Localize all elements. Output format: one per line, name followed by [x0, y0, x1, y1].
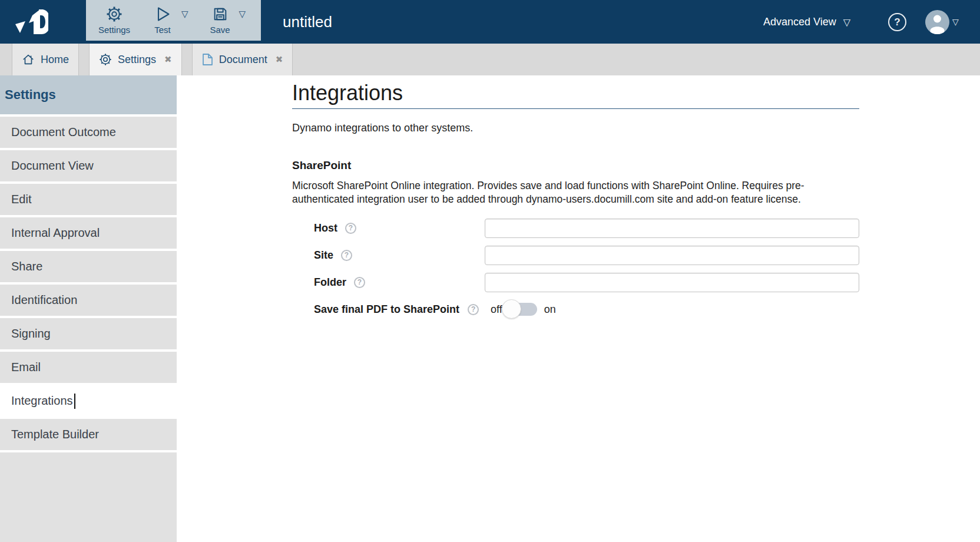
tab-document-label: Document	[219, 54, 267, 66]
main-toolbar: Settings Test ▽	[86, 0, 261, 41]
sidebar-item-label: Template Builder	[11, 428, 99, 441]
save-icon	[212, 5, 229, 24]
save-pdf-toggle[interactable]	[504, 303, 537, 316]
sidebar-item-label: Signing	[11, 327, 51, 341]
tab-settings-close-icon[interactable]: ✖	[164, 54, 172, 65]
save-pdf-toggle-row: Save final PDF to SharePoint ? off on	[292, 296, 980, 323]
folder-input[interactable]	[485, 273, 859, 292]
settings-button[interactable]: Settings	[98, 5, 131, 35]
sidebar-item-label: Document View	[11, 159, 94, 173]
test-dropdown-icon[interactable]: ▽	[181, 9, 188, 18]
test-button[interactable]: Test	[146, 5, 179, 35]
sidebar-item-label: Share	[11, 260, 42, 273]
play-icon	[154, 5, 171, 24]
view-selector[interactable]: Advanced View ▽	[763, 0, 850, 44]
sidebar-item-document-outcome[interactable]: Document Outcome	[0, 117, 177, 148]
site-field-row: Site ?	[292, 242, 980, 269]
sidebar-item-signing[interactable]: Signing	[0, 318, 177, 349]
user-avatar[interactable]	[925, 10, 949, 34]
sidebar-title: Settings	[0, 75, 177, 114]
folder-label-group: Folder ?	[314, 276, 485, 289]
save-button-label: Save	[210, 25, 230, 35]
sharepoint-form: Host ? Site ? Folder ? Save final PDF to…	[292, 214, 980, 323]
save-pdf-toggle-label: Save final PDF to SharePoint	[314, 303, 459, 316]
sidebar-item-email[interactable]: Email	[0, 352, 177, 383]
person-icon	[925, 10, 949, 34]
open-tabs-bar: Home Settings ✖ Document	[0, 44, 980, 75]
tab-home[interactable]: Home	[12, 44, 79, 75]
save-pdf-help-icon[interactable]: ?	[468, 304, 479, 315]
toggle-off-label: off	[491, 303, 502, 316]
help-button[interactable]: ?	[888, 13, 906, 31]
integrations-panel: Integrations Dynamo integrations to othe…	[177, 75, 980, 542]
test-toolgroup: Test ▽	[146, 5, 188, 35]
toggle-knob	[502, 299, 521, 319]
host-input[interactable]	[485, 219, 859, 238]
save-toolgroup: Save ▽	[204, 5, 246, 35]
view-selector-dropdown-icon: ▽	[843, 16, 850, 28]
page-title: Integrations	[292, 81, 859, 109]
gear-icon	[105, 5, 123, 24]
sidebar-item-label: Internal Approval	[11, 226, 100, 240]
tab-document[interactable]: Document ✖	[192, 44, 293, 75]
sidebar-item-label: Edit	[11, 193, 31, 206]
sharepoint-section-description: Microsoft SharePoint Online integration.…	[292, 179, 859, 206]
sidebar-item-label: Identification	[11, 293, 77, 307]
settings-sidebar: Settings Document Outcome Document View …	[0, 75, 177, 542]
site-field-label: Site	[314, 249, 333, 262]
document-icon	[202, 53, 213, 66]
dynamo-logo-icon[interactable]	[13, 7, 48, 37]
sharepoint-section-title: SharePoint	[292, 159, 980, 172]
settings-button-label: Settings	[98, 25, 130, 35]
sidebar-item-share[interactable]: Share	[0, 251, 177, 282]
host-label-group: Host ?	[314, 222, 485, 234]
sidebar-filler	[0, 452, 177, 542]
sidebar-item-internal-approval[interactable]: Internal Approval	[0, 217, 177, 249]
sidebar-item-identification[interactable]: Identification	[0, 285, 177, 316]
avatar-dropdown-icon[interactable]: ▽	[952, 17, 959, 27]
text-cursor-caret	[74, 394, 75, 409]
tab-settings[interactable]: Settings ✖	[89, 44, 182, 75]
toggle-on-label: on	[544, 303, 556, 316]
tab-home-label: Home	[41, 54, 69, 66]
sidebar-item-label: Integrations	[11, 394, 73, 408]
gear-icon	[99, 53, 112, 66]
host-field-label: Host	[314, 222, 337, 234]
tab-document-close-icon[interactable]: ✖	[276, 54, 283, 65]
tab-settings-label: Settings	[118, 54, 156, 66]
document-title: untitled	[283, 0, 332, 44]
app-header: Settings Test ▽	[0, 0, 980, 44]
site-help-icon[interactable]: ?	[341, 250, 352, 261]
settings-toolgroup: Settings	[98, 5, 131, 35]
site-label-group: Site ?	[314, 249, 485, 262]
host-field-row: Host ?	[292, 214, 980, 242]
home-icon	[22, 53, 35, 66]
host-help-icon[interactable]: ?	[345, 223, 356, 234]
help-icon: ?	[894, 16, 900, 28]
page-description: Dynamo integrations to other systems.	[292, 122, 980, 134]
sidebar-item-integrations[interactable]: Integrations	[0, 385, 177, 417]
folder-field-row: Folder ?	[292, 269, 980, 296]
save-button[interactable]: Save	[204, 5, 237, 35]
sidebar-item-template-builder[interactable]: Template Builder	[0, 419, 177, 450]
site-input[interactable]	[485, 246, 859, 265]
sidebar-item-label: Document Outcome	[11, 125, 116, 139]
folder-field-label: Folder	[314, 276, 346, 289]
test-button-label: Test	[154, 25, 171, 35]
sidebar-item-label: Email	[11, 361, 41, 374]
save-dropdown-icon[interactable]: ▽	[239, 9, 246, 18]
folder-help-icon[interactable]: ?	[354, 277, 365, 288]
view-selector-label: Advanced View	[763, 16, 836, 28]
sidebar-item-document-view[interactable]: Document View	[0, 150, 177, 181]
sidebar-item-edit[interactable]: Edit	[0, 184, 177, 215]
